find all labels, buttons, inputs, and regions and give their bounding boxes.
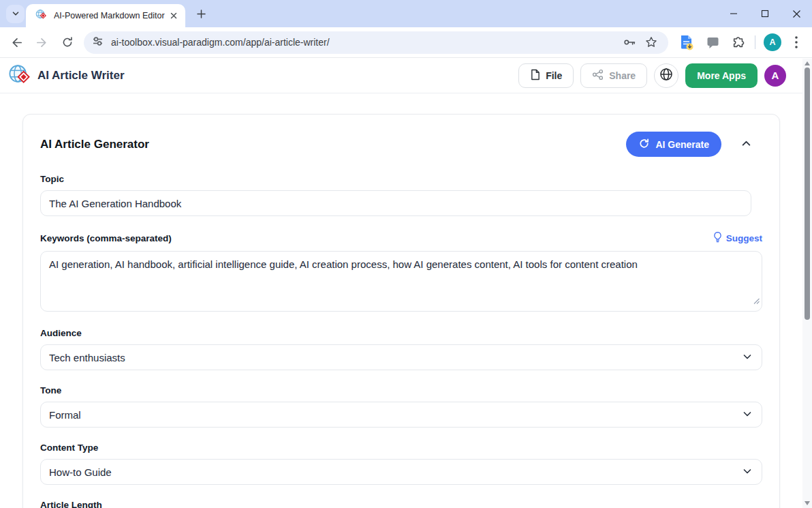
- extensions-puzzle-icon[interactable]: [728, 31, 749, 53]
- suggest-label: Suggest: [726, 233, 762, 243]
- file-button-label: File: [546, 70, 562, 81]
- app-logo: [8, 63, 31, 88]
- comment-bubble-icon[interactable]: [702, 31, 723, 53]
- ai-generate-button[interactable]: AI Generate: [626, 132, 721, 157]
- audience-select[interactable]: Tech enthusiasts: [40, 344, 762, 370]
- topic-field: Topic: [40, 174, 762, 216]
- tone-label: Tone: [40, 385, 762, 395]
- language-globe-button[interactable]: [654, 63, 678, 88]
- audience-field: Audience Tech enthusiasts: [40, 328, 762, 370]
- tone-value: Formal: [49, 409, 81, 421]
- page-scrollbar[interactable]: [802, 59, 812, 508]
- scrollbar-up-arrow[interactable]: [805, 61, 810, 65]
- share-button-label: Share: [609, 70, 636, 81]
- scrollbar-down-arrow[interactable]: [805, 501, 810, 505]
- browser-menu-kebab-icon[interactable]: [788, 31, 805, 53]
- chevron-down-icon: [743, 409, 752, 421]
- maximize-button[interactable]: [749, 0, 781, 27]
- keywords-textarea[interactable]: AI generation, AI handbook, artificial i…: [40, 251, 762, 312]
- ai-swirl-icon: [638, 138, 650, 151]
- header-actions: File Share Mo: [518, 63, 804, 88]
- chevron-down-icon: [743, 466, 752, 478]
- extension-doc-icon[interactable]: [676, 31, 698, 53]
- app-header: AI Article Writer File Share: [0, 58, 812, 93]
- audience-value: Tech enthusiasts: [49, 352, 125, 363]
- keywords-label: Keywords (comma-separated): [40, 233, 172, 243]
- user-avatar[interactable]: A: [764, 65, 786, 87]
- chevron-down-icon: [12, 8, 20, 20]
- new-tab-button[interactable]: [193, 6, 209, 22]
- content-type-select[interactable]: How-to Guide: [40, 459, 762, 485]
- chevron-down-icon: [743, 352, 752, 363]
- tab-search-button[interactable]: [6, 5, 25, 23]
- site-info-icon[interactable]: [92, 35, 104, 50]
- reload-button[interactable]: [56, 31, 78, 54]
- share-icon: [592, 69, 604, 83]
- content-type-field: Content Type How-to Guide: [40, 443, 762, 485]
- ai-generate-label: AI Generate: [655, 139, 709, 150]
- browser-tab-strip: AI-Powered Markdown Editor: [0, 0, 812, 27]
- tone-field: Tone Formal: [40, 385, 762, 428]
- tone-select[interactable]: Formal: [40, 402, 762, 428]
- password-key-icon[interactable]: [621, 33, 638, 51]
- site-favicon: [35, 9, 47, 23]
- window-controls: [718, 0, 812, 27]
- file-button[interactable]: File: [518, 63, 574, 88]
- tab-close-icon[interactable]: [168, 10, 180, 22]
- chevron-up-icon: [741, 138, 751, 151]
- suggest-link[interactable]: Suggest: [713, 231, 762, 245]
- article-length-field: Article Length: [40, 500, 762, 508]
- forward-button[interactable]: [31, 31, 53, 54]
- minimize-button[interactable]: [718, 0, 749, 27]
- keywords-field: Keywords (comma-separated) Suggest AI ge…: [40, 231, 762, 312]
- topic-label: Topic: [40, 174, 762, 184]
- audience-label: Audience: [40, 328, 762, 338]
- card-title: AI Article Generator: [40, 138, 149, 151]
- browser-profile-avatar[interactable]: A: [764, 33, 781, 51]
- content-type-label: Content Type: [40, 443, 762, 453]
- topic-input[interactable]: [40, 190, 751, 216]
- bookmark-star-icon[interactable]: [642, 33, 660, 51]
- back-button[interactable]: [5, 31, 28, 54]
- article-length-label: Article Length: [40, 500, 762, 508]
- share-button[interactable]: Share: [580, 63, 647, 88]
- content-type-value: How-to Guide: [49, 466, 112, 478]
- scrollbar-thumb[interactable]: [805, 68, 810, 320]
- browser-tab[interactable]: AI-Powered Markdown Editor: [26, 4, 185, 27]
- lightbulb-icon: [713, 231, 722, 245]
- address-bar[interactable]: ai-toolbox.visual-paradigm.com/app/ai-ar…: [84, 31, 668, 54]
- tab-title: AI-Powered Markdown Editor: [54, 11, 168, 20]
- url-text[interactable]: ai-toolbox.visual-paradigm.com/app/ai-ar…: [111, 37, 616, 48]
- close-window-button[interactable]: [781, 0, 812, 27]
- more-apps-button[interactable]: More Apps: [685, 63, 758, 88]
- globe-icon: [659, 68, 673, 83]
- collapse-panel-button[interactable]: [738, 136, 754, 153]
- card-header: AI Article Generator AI Generate: [40, 132, 762, 157]
- browser-toolbar: ai-toolbox.visual-paradigm.com/app/ai-ar…: [0, 27, 812, 58]
- resize-handle-icon[interactable]: [753, 295, 760, 307]
- file-icon: [530, 69, 540, 83]
- toolbar-divider: [755, 35, 755, 49]
- page-content: AI Article Generator AI Generate Topic: [0, 93, 812, 508]
- app-title: AI Article Writer: [37, 69, 125, 83]
- generator-card: AI Article Generator AI Generate Topic: [22, 114, 780, 508]
